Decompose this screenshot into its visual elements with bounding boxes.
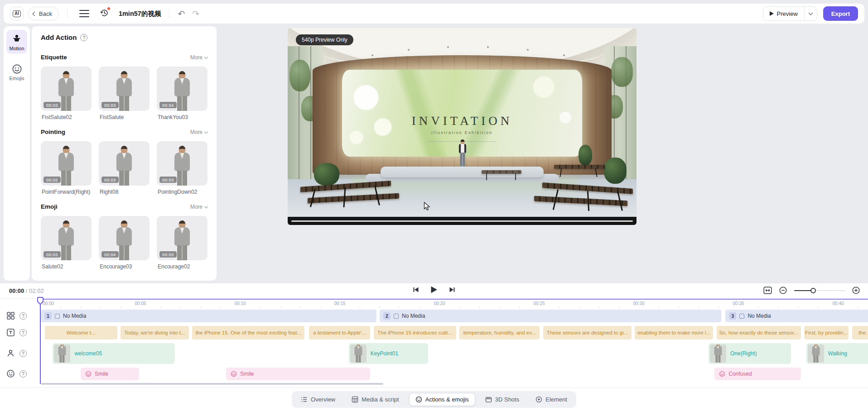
script-segment[interactable]: a testament to Apple'... bbox=[309, 326, 371, 339]
playhead-handle[interactable] bbox=[37, 297, 43, 307]
tab-actions-emojis[interactable]: Actions & emojis bbox=[409, 393, 475, 406]
playhead-line[interactable] bbox=[40, 299, 41, 384]
script-segment[interactable]: the iPhone 15. One of the most exciting … bbox=[192, 326, 304, 339]
action-card[interactable]: 00:03FistSalute bbox=[99, 67, 149, 129]
script-segment[interactable]: enabling them to make more i... bbox=[635, 326, 713, 339]
timeline-h-scrollbar[interactable] bbox=[41, 383, 383, 385]
action-card[interactable]: 00:04Encourage03 bbox=[99, 216, 149, 278]
duration-badge: 00:04 bbox=[159, 102, 177, 108]
emoji-segment[interactable]: Confused bbox=[714, 368, 801, 380]
history-icon[interactable] bbox=[100, 9, 109, 19]
emoji-segment[interactable]: Smile bbox=[81, 368, 139, 380]
script-segment[interactable]: Welcome t... bbox=[45, 326, 117, 339]
smile-icon bbox=[231, 371, 237, 377]
segment-label: KeyPoint01 bbox=[371, 350, 398, 357]
tab-3d-shots[interactable]: 3D Shots bbox=[479, 393, 526, 406]
rail-item-emojis[interactable]: Emojis bbox=[6, 60, 27, 84]
script-segment[interactable]: The iPhone 15 introduces cutti... bbox=[374, 326, 456, 339]
more-button[interactable]: More bbox=[190, 129, 207, 135]
action-card[interactable]: 00:03Encourage02 bbox=[157, 216, 207, 278]
redo-icon[interactable]: ↷ bbox=[192, 9, 199, 19]
help-icon[interactable]: ? bbox=[19, 329, 27, 336]
element-icon bbox=[535, 396, 542, 403]
tab-element[interactable]: Element bbox=[529, 393, 574, 406]
scene-avatar bbox=[458, 139, 467, 168]
action-name: PointingDown02 bbox=[158, 189, 207, 195]
topbar: AI Back 1min57的视频 ↶ ↷ bbox=[4, 4, 864, 24]
undo-icon[interactable]: ↶ bbox=[178, 9, 185, 19]
ruler-tick bbox=[260, 306, 260, 308]
action-name: PointForward(Right) bbox=[42, 189, 92, 195]
action-card[interactable]: 00:03Right08 bbox=[99, 141, 149, 203]
duration-badge: 00:03 bbox=[159, 251, 177, 258]
action-card[interactable]: 00:03Salute02 bbox=[41, 216, 92, 278]
project-title: 1min57的视频 bbox=[119, 10, 161, 18]
action-segment[interactable]: KeyPoint01 bbox=[349, 343, 428, 364]
preview-button[interactable]: Preview bbox=[763, 7, 804, 20]
media-icon bbox=[352, 396, 358, 403]
more-label: More bbox=[190, 129, 203, 135]
script-segment[interactable]: temperature, humidity, and ev... bbox=[459, 326, 540, 339]
ruler-tick bbox=[499, 306, 500, 308]
ruler-tick bbox=[300, 306, 300, 308]
ruler-tick bbox=[400, 306, 400, 308]
script-text: First, by providin... bbox=[805, 330, 848, 335]
media-track-icon[interactable] bbox=[6, 311, 15, 320]
action-segment[interactable]: Walking bbox=[806, 343, 868, 364]
more-label: More bbox=[190, 54, 203, 61]
action-card[interactable]: 00:03PointingDown02 bbox=[157, 141, 207, 203]
action-segment[interactable]: One(Right) bbox=[709, 343, 791, 364]
script-segment[interactable]: These sensors are designed to gi... bbox=[543, 326, 632, 339]
ruler-tick bbox=[559, 306, 559, 308]
help-icon[interactable]: ? bbox=[19, 350, 27, 357]
more-button[interactable]: More bbox=[190, 54, 207, 61]
script-text: the... bbox=[858, 330, 868, 335]
tool-rail: Motion Emojis bbox=[4, 26, 30, 281]
text-track-icon[interactable] bbox=[6, 328, 15, 337]
segment-label: No Media bbox=[402, 313, 425, 319]
more-button[interactable]: More bbox=[190, 204, 207, 210]
actor-track-icon[interactable] bbox=[6, 349, 15, 358]
video-segment[interactable]: 1No Media bbox=[41, 310, 376, 322]
script-text: a testament to Apple'... bbox=[313, 330, 366, 335]
app-logo-icon[interactable]: AI bbox=[10, 7, 24, 20]
script-segment[interactable]: So, how exactly do these sensor... bbox=[717, 326, 801, 339]
duration-badge: 00:03 bbox=[159, 177, 177, 183]
action-card[interactable]: 00:03FistSalute02 bbox=[41, 67, 92, 129]
action-name: Encourage02 bbox=[158, 263, 207, 270]
video-progress-bar[interactable] bbox=[291, 220, 633, 222]
action-card[interactable]: 00:04ThankYou03 bbox=[157, 67, 207, 129]
ruler-tick bbox=[519, 306, 520, 308]
ruler-tick bbox=[280, 306, 280, 308]
action-segment[interactable]: welcome05 bbox=[53, 343, 175, 364]
overview-icon bbox=[301, 396, 308, 403]
action-card[interactable]: 00:02PointForward(Right) bbox=[41, 141, 92, 203]
emoji-segment[interactable]: Smile bbox=[226, 368, 370, 380]
back-button[interactable]: Back bbox=[28, 7, 59, 20]
action-name: ThankYou03 bbox=[158, 114, 207, 120]
script-segment[interactable]: the... bbox=[852, 326, 868, 339]
tab-media-script[interactable]: Media & script bbox=[345, 393, 405, 406]
emoji-track-icon[interactable] bbox=[6, 369, 15, 378]
video-segment[interactable]: 3No Media bbox=[725, 310, 868, 322]
panel-title: Add Action bbox=[41, 33, 77, 41]
help-icon[interactable]: ? bbox=[19, 312, 27, 320]
segment-label: One(Right) bbox=[730, 350, 757, 357]
script-segment[interactable]: First, by providin... bbox=[804, 326, 849, 339]
help-icon[interactable]: ? bbox=[19, 370, 27, 378]
export-button[interactable]: Export bbox=[823, 6, 858, 21]
ruler-tick bbox=[778, 306, 779, 308]
menu-icon[interactable] bbox=[79, 10, 89, 17]
video-segment[interactable]: 2No Media bbox=[380, 310, 721, 322]
avatar-figure bbox=[811, 344, 820, 363]
preview-dropdown-button[interactable] bbox=[805, 7, 817, 20]
ruler-tick bbox=[160, 306, 161, 308]
action-thumbnail: 00:03 bbox=[41, 67, 92, 111]
script-text: the iPhone 15. One of the most exciting … bbox=[196, 330, 301, 335]
rail-item-motion[interactable]: Motion bbox=[6, 30, 27, 54]
help-icon[interactable]: ? bbox=[80, 34, 87, 41]
play-icon bbox=[770, 11, 774, 16]
tab-overview[interactable]: Overview bbox=[294, 393, 342, 406]
script-segment[interactable]: Today, we're diving into t... bbox=[121, 326, 189, 339]
timeline-ruler[interactable]: 00:0000:0500:1000:1500:2000:2500:3000:35… bbox=[0, 300, 868, 308]
